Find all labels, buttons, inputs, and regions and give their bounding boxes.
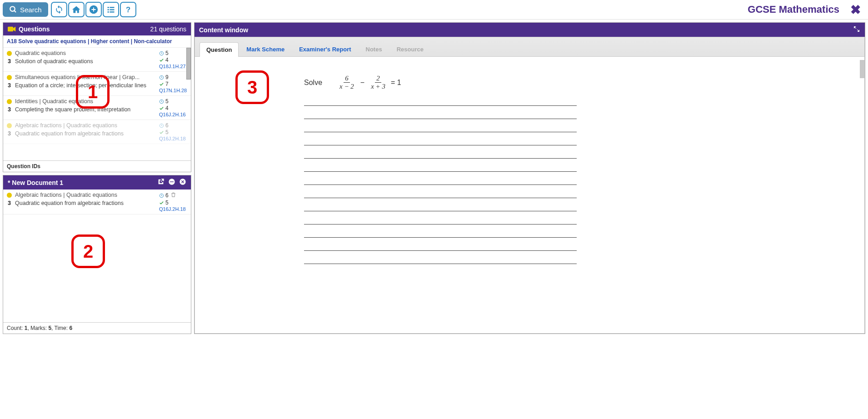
left-column: Questions 21 questions A18 Solve quadrat… — [3, 22, 191, 334]
clock-icon — [159, 75, 164, 80]
svg-rect-8 — [110, 11, 114, 12]
check-icon — [159, 82, 164, 87]
tab-resource: Resource — [390, 42, 430, 56]
check-icon — [159, 58, 164, 63]
equals-sign: = 1 — [391, 79, 401, 87]
delete-button[interactable] — [170, 192, 178, 199]
home-button[interactable] — [68, 2, 85, 17]
main: Questions 21 questions A18 Solve quadrat… — [0, 20, 868, 337]
time-value: 9 — [165, 74, 169, 80]
question-number: 3 — [7, 82, 12, 89]
refresh-icon — [55, 5, 64, 14]
scrollbar[interactable] — [186, 48, 191, 80]
tab-mark-scheme[interactable]: Mark Scheme — [239, 42, 291, 56]
question-ids-footer[interactable]: Question IDs — [3, 160, 191, 172]
questions-breadcrumb[interactable]: A18 Solve quadratic equations | Higher c… — [3, 35, 191, 48]
camera-icon — [8, 26, 16, 32]
search-button[interactable]: Search — [3, 2, 48, 17]
answer-line — [304, 264, 577, 264]
tab-examiner-s-report[interactable]: Examiner's Report — [292, 42, 358, 56]
question-item[interactable]: Identities | Quadratic equations 3Comple… — [3, 96, 191, 120]
minus-circle-icon — [168, 178, 175, 185]
marks-value: 7 — [165, 81, 169, 87]
svg-rect-5 — [107, 9, 109, 10]
help-button[interactable]: ? — [120, 2, 136, 17]
refresh-button[interactable] — [51, 2, 67, 17]
question-number: 3 — [7, 130, 12, 137]
difficulty-dot — [7, 99, 12, 104]
question-title: Quadratic equations — [15, 50, 66, 56]
question-subtitle: Solution of quadratic equations — [15, 58, 93, 65]
question-id-link[interactable]: Q17N.1H.28 — [159, 88, 187, 93]
frac2-num: 2 — [375, 75, 381, 83]
minimize-button[interactable] — [168, 178, 175, 187]
question-id-link[interactable]: Q16J.2H.18 — [159, 136, 187, 141]
external-icon — [157, 178, 165, 185]
open-external-button[interactable] — [157, 178, 165, 187]
content-tabs: QuestionMark SchemeExaminer's ReportNote… — [195, 37, 864, 57]
close-doc-button[interactable] — [179, 178, 186, 187]
check-icon — [159, 200, 164, 205]
question-prompt: Solve — [304, 79, 322, 87]
answer-line — [304, 105, 577, 106]
document-panel: * New Document 1 Algebraic fractions | Q… — [3, 175, 191, 334]
time-value: 5 — [165, 98, 169, 105]
document-footer: Count: 1, Marks: 5, Time: 6 — [3, 322, 191, 334]
questions-header: Questions 21 questions — [3, 23, 191, 35]
question-id-link[interactable]: Q18J.1H.27 — [159, 64, 187, 69]
document-header: * New Document 1 — [3, 175, 191, 190]
svg-rect-4 — [110, 7, 114, 8]
document-list[interactable]: Algebraic fractions | Quadratic equation… — [3, 190, 191, 322]
questions-panel: Questions 21 questions A18 Solve quadrat… — [3, 22, 191, 172]
content-scrollbar[interactable] — [860, 60, 864, 78]
trash-icon — [170, 192, 176, 198]
expand-button[interactable] — [853, 25, 860, 34]
page-title: GCSE Mathematics — [748, 4, 839, 15]
plus-circle-icon — [89, 5, 99, 15]
check-icon — [159, 106, 164, 111]
frac1-num: 6 — [344, 75, 350, 83]
time-label: , Time: — [51, 325, 69, 331]
add-button[interactable] — [85, 2, 102, 17]
question-item[interactable]: Quadratic equations 3Solution of quadrat… — [3, 48, 191, 72]
question-id-link[interactable]: Q16J.2H.18 — [159, 206, 187, 212]
toolbar-icons: ? — [51, 2, 137, 17]
questions-list[interactable]: Quadratic equations 3Solution of quadrat… — [3, 48, 191, 160]
topbar: Search ? GCSE Mathematics ✖ — [0, 0, 868, 20]
marks-value: 5 — [165, 200, 169, 206]
questions-count: 21 questions — [150, 25, 186, 33]
difficulty-dot — [7, 193, 12, 198]
question-id-link[interactable]: Q16J.2H.16 — [159, 112, 187, 117]
svg-rect-3 — [107, 7, 109, 8]
question-icon: ? — [124, 5, 133, 14]
tab-question[interactable]: Question — [200, 42, 239, 57]
content-body: QuestionMark SchemeExaminer's ReportNote… — [195, 37, 865, 334]
question-title: Identities | Quadratic equations — [15, 98, 93, 105]
expand-icon — [853, 25, 860, 33]
question-item[interactable]: Algebraic fractions | Quadratic equation… — [3, 190, 191, 214]
right-column: Content window QuestionMark SchemeExamin… — [194, 22, 865, 334]
svg-line-1 — [14, 10, 16, 12]
answer-line — [304, 171, 577, 172]
marks-value: 4 — [165, 105, 169, 111]
svg-rect-10 — [8, 27, 13, 32]
question-item[interactable]: Algebraic fractions | Quadratic equation… — [3, 120, 191, 144]
search-label: Search — [20, 6, 42, 14]
question-number: 3 — [7, 106, 12, 113]
list-button[interactable] — [103, 2, 119, 17]
minus-sign: − — [360, 79, 364, 87]
question-subtitle: Quadratic equation from algebraic fracti… — [15, 130, 124, 137]
question-title: Simultaneous equations linear/non linear… — [15, 74, 140, 80]
svg-rect-7 — [107, 11, 109, 12]
question-title: Algebraic fractions | Quadratic equation… — [15, 192, 117, 198]
close-button[interactable]: ✖ — [850, 2, 861, 17]
list-icon — [106, 5, 115, 14]
clock-icon — [159, 193, 164, 198]
question-item[interactable]: Simultaneous equations linear/non linear… — [3, 72, 191, 96]
question-subtitle: Equation of a circle; intersection; perp… — [15, 82, 146, 89]
answer-lines — [231, 105, 828, 264]
fraction-2: 2 x + 3 — [369, 75, 387, 90]
question-subtitle: Completing the square problem; interpret… — [15, 106, 130, 113]
answer-line — [304, 224, 577, 224]
question-number: 3 — [7, 200, 12, 206]
